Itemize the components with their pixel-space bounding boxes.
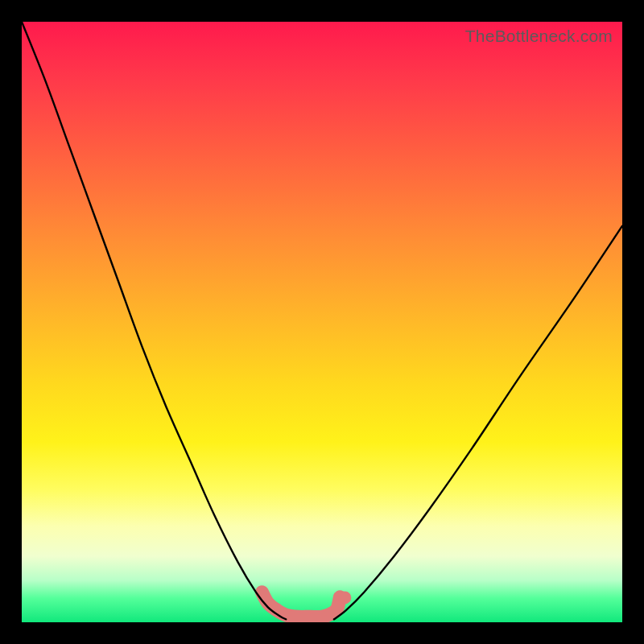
left-bottleneck-curve [22, 22, 286, 619]
chart-curves [22, 22, 622, 622]
chart-plot-area: TheBottleneck.com [22, 22, 622, 622]
flat-red-segment [262, 592, 340, 617]
chart-frame: TheBottleneck.com [0, 0, 644, 644]
curve-marker-dot [338, 591, 351, 604]
right-bottleneck-curve [334, 226, 622, 620]
